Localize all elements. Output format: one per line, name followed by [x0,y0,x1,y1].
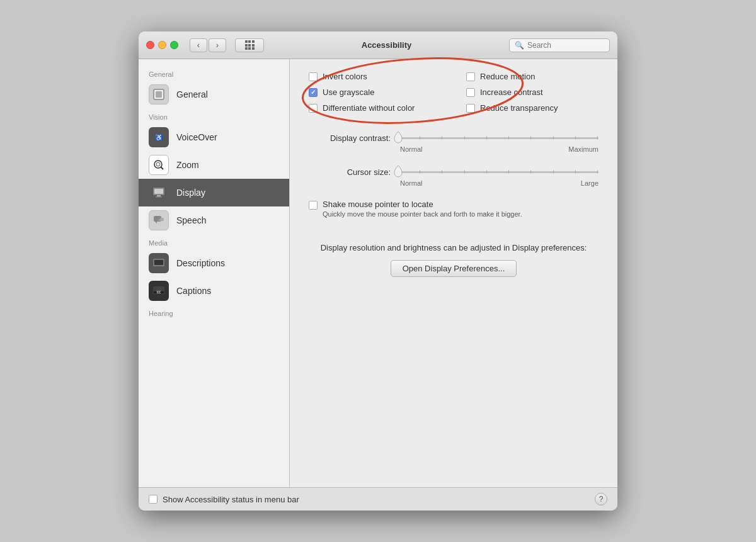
svg-rect-16 [154,260,163,265]
use-grayscale-checkbox[interactable] [309,88,318,97]
invert-colors-checkbox[interactable] [309,72,318,81]
display-contrast-section: Display contrast: [309,132,598,153]
display-contrast-min-label: Normal [400,145,422,153]
sidebar-section-hearing-label: Hearing [139,305,289,320]
display-contrast-row: Display contrast: [309,132,598,144]
svg-line-6 [161,167,163,169]
bottom-bar: Show Accessibility status in menu bar ? [139,487,617,511]
svg-rect-8 [154,189,163,194]
show-status-row: Show Accessibility status in menu bar [149,495,299,504]
sidebar-item-zoom[interactable]: Zoom [139,151,289,179]
svg-point-5 [156,162,160,166]
general-icon [149,84,169,104]
zoom-icon [149,155,169,175]
options-container: Invert colors Use grayscale Differentiat… [309,72,598,113]
voiceover-icon: ♿ [149,127,169,147]
minimize-button[interactable] [158,41,166,49]
shake-mouse-description: Quickly move the mouse pointer back and … [323,210,522,218]
svg-text:CC: CC [157,291,161,294]
use-grayscale-label: Use grayscale [323,88,374,97]
sidebar-section-media-label: Media [139,234,289,249]
sidebar-item-general[interactable]: General [139,81,289,108]
cursor-size-section: Cursor size: [309,166,598,187]
svg-text:♿: ♿ [155,133,163,142]
descriptions-label: Descriptions [176,258,225,268]
captions-icon: CC [149,281,169,301]
nav-buttons: ‹ › [190,38,226,52]
descriptions-icon [149,253,169,273]
svg-marker-12 [155,222,157,223]
traffic-lights [146,41,178,49]
cursor-size-slider[interactable] [397,166,598,178]
maximize-button[interactable] [170,41,178,49]
sidebar-item-speech[interactable]: Speech [139,206,289,234]
shake-mouse-section: Shake mouse pointer to locate Quickly mo… [309,200,598,218]
content-panel: Invert colors Use grayscale Differentiat… [290,59,617,487]
reduce-motion-checkbox[interactable] [466,72,475,81]
close-button[interactable] [146,41,154,49]
reduce-transparency-checkbox[interactable] [466,104,475,113]
shake-mouse-text: Shake mouse pointer to locate Quickly mo… [323,200,522,218]
cursor-size-label: Cursor size: [309,167,391,177]
option-increase-contrast: Increase contrast [466,88,598,97]
search-input[interactable] [527,41,603,50]
open-display-prefs-button[interactable]: Open Display Preferences... [391,260,517,277]
app-window: ‹ › Accessibility 🔍 General [139,31,617,511]
display-contrast-tick-labels: Normal Maximum [309,145,598,153]
sidebar-item-captions[interactable]: CC Captions [139,277,289,305]
svg-rect-18 [158,266,163,266]
captions-label: Captions [176,286,211,296]
cursor-size-row: Cursor size: [309,166,598,178]
help-button[interactable]: ? [595,493,607,505]
titlebar: ‹ › Accessibility 🔍 [139,31,617,59]
option-reduce-motion: Reduce motion [466,72,598,81]
grid-icon [245,40,255,50]
sidebar-section-vision-label: Vision [139,108,289,123]
invert-colors-label: Invert colors [323,72,367,81]
back-button[interactable]: ‹ [190,38,207,52]
grid-button[interactable] [235,38,264,52]
zoom-label: Zoom [176,160,199,170]
reduce-motion-label: Reduce motion [480,72,535,81]
search-bar[interactable]: 🔍 [509,38,610,52]
show-accessibility-status-checkbox[interactable] [149,495,158,504]
option-use-grayscale: Use grayscale [309,88,441,97]
svg-rect-10 [156,196,162,198]
search-icon: 🔍 [515,41,524,50]
display-contrast-slider[interactable] [397,132,598,144]
shake-mouse-checkbox[interactable] [309,201,318,210]
differentiate-label: Differentiate without color [323,103,415,113]
option-invert-colors: Invert colors [309,72,441,81]
cursor-size-max-label: Large [581,179,598,187]
sidebar-section-general-label: General [139,65,289,81]
display-icon [149,183,169,203]
cursor-size-tick-labels: Normal Large [309,179,598,187]
svg-rect-17 [154,266,158,266]
main-content: General General Vision ♿ [139,59,617,487]
options-grid: Invert colors Use grayscale Differentiat… [309,72,598,113]
speech-icon [149,210,169,230]
display-pref-text: Display resolution and brightness can be… [309,243,598,252]
option-reduce-transparency: Reduce transparency [466,103,598,113]
differentiate-checkbox[interactable] [309,104,318,113]
sidebar-item-descriptions[interactable]: Descriptions [139,249,289,277]
sidebar: General General Vision ♿ [139,59,290,487]
shake-mouse-label: Shake mouse pointer to locate [323,200,522,209]
sidebar-item-display[interactable]: Display [139,179,289,206]
forward-button[interactable]: › [209,38,226,52]
show-accessibility-status-label: Show Accessibility status in menu bar [163,495,299,504]
reduce-transparency-label: Reduce transparency [480,103,558,113]
display-contrast-label: Display contrast: [309,133,391,143]
svg-rect-9 [157,195,161,196]
svg-rect-1 [156,91,162,98]
sidebar-item-voiceover[interactable]: ♿ VoiceOver [139,123,289,151]
svg-rect-13 [160,218,164,221]
increase-contrast-checkbox[interactable] [466,88,475,97]
cursor-size-min-label: Normal [400,179,422,187]
speech-label: Speech [176,215,206,225]
display-contrast-max-label: Maximum [568,145,598,153]
increase-contrast-label: Increase contrast [480,88,543,97]
window-title: Accessibility [270,40,503,50]
general-label: General [176,89,208,99]
option-differentiate: Differentiate without color [309,103,441,113]
